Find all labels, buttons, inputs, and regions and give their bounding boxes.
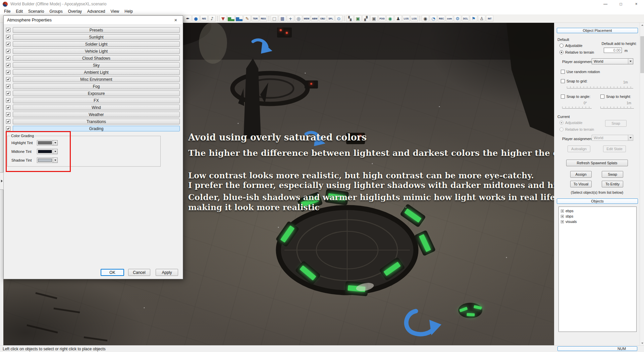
dither-pattern2-icon[interactable]: ▞ <box>362 15 370 22</box>
swap-button[interactable]: Swap <box>602 171 623 178</box>
flag-icon[interactable]: ⚑ <box>470 15 477 22</box>
reg-icon[interactable]: REG <box>260 15 267 22</box>
abm-icon[interactable]: ABM <box>311 15 318 22</box>
section-header-button[interactable]: Exposure <box>13 91 180 96</box>
panel-scrollbar[interactable] <box>640 23 644 345</box>
marker-points-icon[interactable]: ◎ <box>295 15 302 22</box>
section-header-button[interactable]: Ambient Light <box>13 69 180 75</box>
player-assignment-select[interactable]: World <box>592 58 633 64</box>
section-checkbox[interactable] <box>6 77 10 81</box>
section-header-button[interactable]: Fog <box>13 83 180 89</box>
snap-to-height-checkbox[interactable]: Snap to height: <box>600 95 631 99</box>
sector-icon[interactable]: ◔ <box>430 15 437 22</box>
tree-item[interactable]: visuals <box>559 219 636 224</box>
crosshair-icon[interactable]: + <box>287 15 294 22</box>
splat-image-icon[interactable]: ▣ <box>354 15 362 22</box>
int-icon[interactable]: INT <box>486 15 493 22</box>
section-checkbox[interactable] <box>6 84 10 89</box>
decal-image-icon[interactable]: ▣ <box>370 15 378 22</box>
refresh-spawned-splats-button[interactable]: Refresh Spawned Splats <box>566 160 628 166</box>
section-checkbox[interactable] <box>6 56 10 60</box>
tree-item[interactable]: ebps <box>559 208 636 214</box>
cancel-button[interactable]: Cancel <box>128 269 150 276</box>
green-histogram-icon[interactable]: ▆▃ <box>227 15 235 22</box>
fog-icon[interactable]: FOG <box>378 15 386 22</box>
section-header-button[interactable]: Wind <box>13 105 180 110</box>
squad-icon[interactable]: ♟ <box>394 15 402 22</box>
relative-to-terrain-radio[interactable]: Relative to terrain <box>559 50 594 54</box>
section-header-button[interactable]: Sunlight <box>13 34 180 40</box>
los-alt-icon[interactable]: LOS <box>411 15 418 22</box>
walker-pawn-icon[interactable]: ♙ <box>478 15 485 22</box>
dialog-close-icon[interactable]: × <box>172 17 179 23</box>
snap-grid-slider[interactable] <box>567 86 633 89</box>
mem-brf-icon[interactable]: MEM <box>303 15 310 22</box>
section-checkbox[interactable] <box>6 112 10 117</box>
section-checkbox[interactable] <box>6 98 10 103</box>
snap-angle-slider[interactable] <box>562 107 592 109</box>
expand-plus-icon[interactable] <box>561 210 564 213</box>
section-header-button[interactable]: Vehicle Light <box>13 48 180 54</box>
scroll-up-icon[interactable] <box>640 23 644 27</box>
pencil-icon[interactable]: ✎ <box>244 15 251 22</box>
dither-pattern-icon[interactable]: ▚ <box>346 15 354 22</box>
expand-plus-icon[interactable] <box>561 215 564 218</box>
grid-tile-icon[interactable]: ▦ <box>279 15 286 22</box>
menu-item[interactable]: File <box>1 9 13 14</box>
gear-icon[interactable]: ⚙ <box>454 15 461 22</box>
section-header-button[interactable]: Cloud Shadows <box>13 55 180 61</box>
maximize-icon[interactable]: □ <box>613 0 629 8</box>
section-header-button[interactable]: Misc Environment <box>13 76 180 82</box>
los-icon[interactable]: LOS <box>402 15 410 22</box>
section-checkbox[interactable] <box>6 105 10 110</box>
section-checkbox[interactable] <box>6 126 10 131</box>
to-visual-button[interactable]: To Visual <box>570 181 592 187</box>
blue-histogram-icon[interactable]: ▆▃ <box>235 15 243 22</box>
menu-item[interactable]: Help <box>122 9 136 14</box>
section-header-button[interactable]: Presets <box>13 27 180 33</box>
menu-item[interactable]: Scenario <box>25 9 47 14</box>
bottom-panel-header[interactable]: NUM <box>557 346 637 351</box>
section-header-button[interactable]: Grading <box>13 126 180 131</box>
objects-header[interactable]: Objects <box>557 198 638 204</box>
nis-icon[interactable]: NIS <box>200 15 208 22</box>
world-globe-icon[interactable]: ◉ <box>386 15 394 22</box>
section-checkbox[interactable] <box>6 70 10 74</box>
spl-icon[interactable]: SPL <box>327 15 334 22</box>
to-entity-button[interactable]: To Entity <box>602 181 623 187</box>
section-header-button[interactable]: Sky <box>13 62 180 68</box>
rec-icon[interactable]: REC <box>438 15 445 22</box>
tree-item[interactable]: sbps <box>559 214 636 219</box>
paint-drop-icon[interactable]: ▼ <box>219 15 227 22</box>
ok-button[interactable]: OK <box>101 269 124 276</box>
menu-item[interactable]: View <box>108 9 122 14</box>
obj-icon[interactable]: OBJ <box>319 15 326 22</box>
section-checkbox[interactable] <box>6 28 10 32</box>
apply-button[interactable]: Apply <box>156 269 178 276</box>
section-checkbox[interactable] <box>6 119 10 124</box>
section-header-button[interactable]: Soldier Light <box>13 41 180 47</box>
water-paint-icon[interactable]: ● <box>192 15 200 22</box>
assign-button[interactable]: Assign <box>570 171 592 178</box>
ter-icon[interactable]: TER <box>252 15 259 22</box>
eye-icon[interactable]: ◉ <box>422 15 429 22</box>
left-panel-expand-tab[interactable] <box>0 172 4 190</box>
blank-tile-icon[interactable]: □ <box>271 15 278 22</box>
menu-item[interactable]: Overlay <box>65 9 85 14</box>
dcl-icon[interactable]: DCL <box>462 15 469 22</box>
section-header-button[interactable]: Transitions <box>13 119 180 124</box>
adjustable-radio[interactable]: Adjustable <box>559 44 582 48</box>
minimize-icon[interactable]: — <box>598 0 613 8</box>
pen-tool-icon[interactable]: ✒ <box>184 15 192 22</box>
menu-item[interactable]: Edit <box>13 9 25 14</box>
magnifier-icon[interactable]: ⊙ <box>335 15 342 22</box>
snap-to-angle-checkbox[interactable]: Snap to angle: <box>561 95 590 99</box>
section-checkbox[interactable] <box>6 42 10 46</box>
close-icon[interactable]: × <box>629 0 644 8</box>
menu-item[interactable]: Advanced <box>85 9 108 14</box>
scroll-down-icon[interactable] <box>640 341 644 345</box>
section-checkbox[interactable] <box>6 91 10 96</box>
add-height-input[interactable] <box>604 48 622 53</box>
snap-to-grid-checkbox[interactable]: Snap to grid: <box>561 79 587 83</box>
scrollbar-thumb[interactable] <box>640 36 644 73</box>
